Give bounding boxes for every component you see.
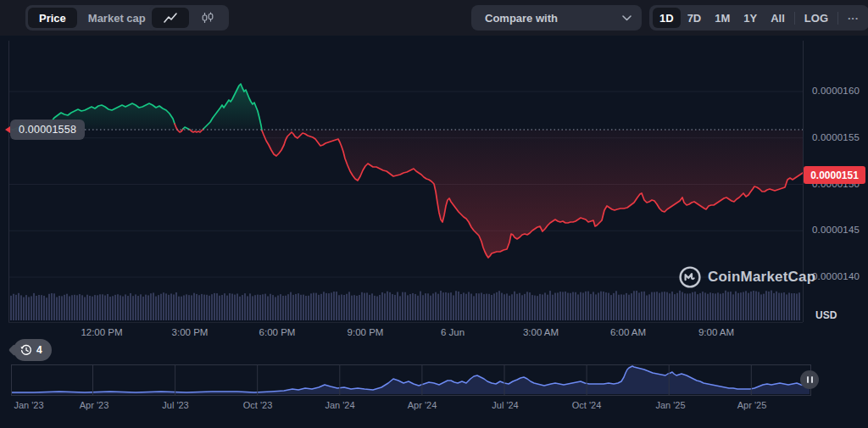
handle-grip	[807, 376, 809, 383]
minimap-label: Apr '25	[737, 400, 767, 410]
minimap-label: Apr '24	[408, 400, 437, 410]
x-axis-tick: 6:00 AM	[610, 327, 646, 337]
minimap-label: Jul '24	[492, 400, 518, 410]
minimap-label: Jan '24	[325, 400, 354, 410]
coinmarketcap-logo-icon	[679, 266, 701, 288]
minimap-label: Jan '23	[14, 400, 43, 410]
x-axis-tick: 3:00 AM	[523, 327, 559, 337]
watermark-text: CoinMarketCap	[708, 269, 815, 286]
handle-grip	[811, 376, 813, 383]
y-axis-tick: 0.0000145	[812, 225, 860, 235]
y-axis-tick: 0.0000140	[812, 271, 860, 281]
y-axis-tick: 0.0000155	[812, 132, 860, 142]
y-axis-unit: USD	[815, 309, 837, 321]
current-price-badge: 0.0000151	[804, 166, 865, 184]
x-axis-tick: 9:00 AM	[698, 327, 734, 337]
y-axis-tick: 0.0000160	[812, 86, 860, 96]
minimap-handle[interactable]	[800, 370, 819, 389]
x-axis-tick: 9:00 PM	[348, 327, 384, 337]
x-axis-tick: 6 Jun	[441, 327, 465, 337]
price-chart[interactable]	[0, 0, 868, 428]
x-axis-tick: 6:00 PM	[259, 327, 296, 337]
history-count: 4	[36, 344, 42, 356]
x-axis-tick: 12:00 PM	[81, 327, 122, 337]
chart-page: Price Market cap Compare with	[0, 0, 868, 428]
minimap-label: Apr '23	[80, 400, 109, 410]
history-clock-icon	[20, 344, 32, 356]
x-axis-tick: 3:00 PM	[172, 327, 209, 337]
minimap-label: Oct '24	[572, 400, 602, 410]
minimap-label: Jul '23	[162, 400, 188, 410]
history-badge[interactable]: 4	[14, 339, 52, 361]
minimap-label: Jan '25	[655, 400, 685, 410]
open-price-badge: 0.00001558	[10, 120, 85, 140]
minimap-label: Oct '23	[243, 400, 273, 410]
watermark: CoinMarketCap	[679, 266, 815, 288]
